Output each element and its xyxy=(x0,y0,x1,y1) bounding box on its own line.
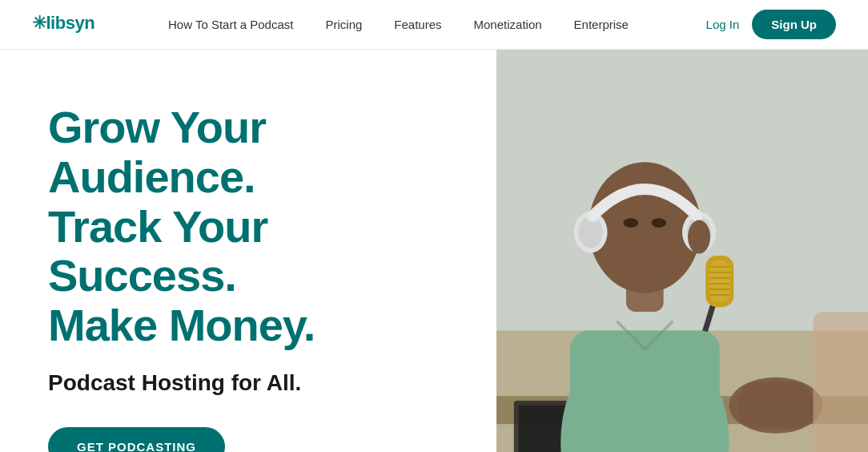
nav-link-pricing[interactable]: Pricing xyxy=(309,18,378,31)
svg-text:✳libsyn: ✳libsyn xyxy=(32,13,94,33)
headline-line-2: Track Your Success. xyxy=(48,201,267,301)
headline-line-1: Grow Your Audience. xyxy=(48,102,266,202)
svg-point-26 xyxy=(623,218,638,228)
logo[interactable]: ✳libsyn xyxy=(32,10,120,40)
svg-point-28 xyxy=(688,220,710,254)
svg-point-27 xyxy=(651,218,666,228)
svg-rect-31 xyxy=(814,312,868,452)
svg-rect-30 xyxy=(738,382,813,429)
login-link[interactable]: Log In xyxy=(706,18,740,31)
hero-section: Grow Your Audience. Track Your Success. … xyxy=(0,50,868,452)
navbar: ✳libsyn How To Start a Podcast Pricing F… xyxy=(0,0,868,50)
nav-links: How To Start a Podcast Pricing Features … xyxy=(152,18,706,31)
nav-link-enterprise[interactable]: Enterprise xyxy=(558,18,645,31)
hero-content: Grow Your Audience. Track Your Success. … xyxy=(0,50,496,452)
nav-actions: Log In Sign Up xyxy=(706,10,836,39)
get-podcasting-button[interactable]: GET PODCASTING xyxy=(48,427,225,452)
logo-text: ✳libsyn xyxy=(32,10,120,40)
hero-headline: Grow Your Audience. Track Your Success. … xyxy=(48,103,456,349)
headline-line-3: Make Money. xyxy=(48,300,315,350)
nav-link-features[interactable]: Features xyxy=(378,18,457,31)
nav-link-monetization[interactable]: Monetization xyxy=(458,18,558,31)
hero-image xyxy=(496,50,868,452)
hero-subheadline: Podcast Hosting for All. xyxy=(48,369,456,398)
signup-button[interactable]: Sign Up xyxy=(752,10,836,39)
nav-link-how-to-start[interactable]: How To Start a Podcast xyxy=(152,18,309,31)
